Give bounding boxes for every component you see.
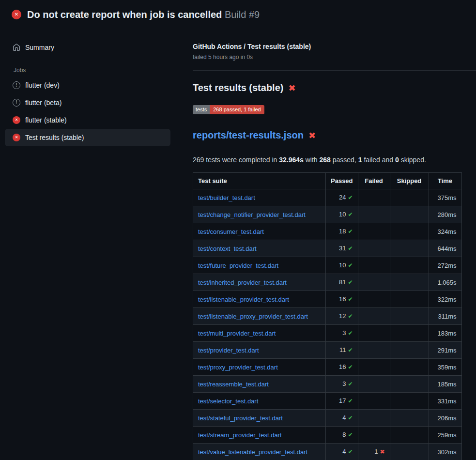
passed-cell: 10✔: [326, 257, 358, 274]
failed-cell: [358, 240, 390, 257]
sidebar-item-flutter-dev[interactable]: !flutter (dev): [5, 77, 170, 94]
sidebar-item-label: flutter (dev): [25, 81, 60, 89]
suite-link[interactable]: test/stateful_provider_test.dart: [198, 414, 283, 422]
suite-link[interactable]: test/listenable_proxy_provider_test.dart: [198, 313, 308, 320]
time-cell: 302ms: [429, 444, 461, 460]
skipped-cell: [390, 376, 429, 393]
passed-cell-value: 11: [339, 346, 346, 353]
breadcrumb: GitHub Actions / Test results (stable): [193, 43, 476, 50]
failed-cell: [358, 376, 390, 393]
sidebar-item-label: flutter (stable): [25, 116, 67, 124]
suite-link[interactable]: test/provider_test.dart: [198, 347, 259, 354]
x-icon: ✖: [380, 448, 384, 455]
passed-cell-value: 10: [339, 261, 346, 269]
suite-link[interactable]: test/reassemble_test.dart: [198, 381, 269, 388]
table-row: test/builder_test.dart24✔375ms: [193, 189, 462, 206]
table-row: test/consumer_test.dart18✔324ms: [193, 223, 462, 240]
suite-cell: test/proxy_provider_test.dart: [193, 359, 326, 376]
suite-link[interactable]: test/consumer_test.dart: [198, 228, 264, 235]
suite-link[interactable]: test/context_test.dart: [198, 245, 257, 252]
suite-link[interactable]: test/future_provider_test.dart: [198, 262, 278, 269]
table-row: test/reassemble_test.dart3✔185ms: [193, 376, 462, 393]
suite-cell: test/selector_test.dart: [193, 393, 326, 410]
passed-cell-value: 10: [339, 211, 346, 218]
check-icon: ✔: [348, 228, 353, 235]
suite-cell: test/change_notifier_provider_test.dart: [193, 206, 326, 223]
sidebar-item-label: Summary: [25, 44, 54, 51]
suite-cell: test/value_listenable_provider_test.dart: [193, 444, 326, 460]
skipped-cell: [390, 206, 429, 223]
passed-cell-value: 31: [339, 245, 346, 252]
suite-link[interactable]: test/listenable_provider_test.dart: [198, 296, 289, 303]
section-title: Test results (stable) ✖: [193, 82, 476, 93]
sidebar-item-flutter-beta[interactable]: !flutter (beta): [5, 94, 170, 111]
suite-cell: test/inherited_provider_test.dart: [193, 274, 326, 291]
passed-cell: 17✔: [326, 393, 358, 410]
summary-text: failed and: [362, 156, 396, 164]
sidebar-item-flutter-stable[interactable]: ✕flutter (stable): [5, 111, 170, 129]
check-icon: ✔: [348, 279, 353, 286]
sidebar-item-summary[interactable]: Summary: [5, 39, 170, 56]
suite-link[interactable]: test/builder_test.dart: [198, 194, 255, 201]
suite-link[interactable]: test/selector_test.dart: [198, 398, 258, 405]
time-cell: 375ms: [429, 189, 461, 206]
x-circle-icon: ✕: [13, 134, 20, 141]
column-header: Passed: [326, 173, 358, 189]
passed-cell-value: 8: [342, 431, 346, 438]
passed-cell: 16✔: [326, 291, 358, 308]
suite-link[interactable]: test/proxy_provider_test.dart: [198, 364, 278, 371]
sidebar-item-test-results-stable[interactable]: ✕Test results (stable): [5, 129, 170, 146]
suite-cell: test/listenable_provider_test.dart: [193, 291, 326, 308]
time-cell: 311ms: [429, 308, 461, 325]
suite-cell: test/future_provider_test.dart: [193, 257, 326, 274]
skipped-cell: [390, 427, 429, 444]
page-title: Do not create report when job is cancell…: [27, 8, 260, 21]
suite-link[interactable]: test/value_listenable_provider_test.dart: [198, 448, 307, 456]
failed-cell: [358, 325, 390, 342]
passed-cell-value: 4: [342, 414, 346, 421]
passed-cell: 4✔: [326, 444, 358, 460]
table-row: test/provider_test.dart11✔291ms: [193, 342, 462, 359]
summary-skipped-count: 0: [395, 156, 399, 164]
badge-value: 268 passed, 1 failed: [210, 105, 264, 114]
passed-cell: 10✔: [326, 206, 358, 223]
report-link[interactable]: reports/test-results.json: [193, 130, 304, 141]
time-cell: 644ms: [429, 240, 461, 257]
column-header: Time: [429, 173, 461, 189]
failed-cell: [358, 274, 390, 291]
suite-cell: test/stateful_provider_test.dart: [193, 410, 326, 427]
tests-badge: tests 268 passed, 1 failed: [193, 105, 264, 114]
check-icon: ✔: [348, 414, 353, 421]
time-cell: 259ms: [429, 427, 461, 444]
report-heading: reports/test-results.json ✖: [193, 130, 476, 146]
passed-cell: 12✔: [326, 308, 358, 325]
sidebar-item-label: Test results (stable): [25, 134, 84, 141]
passed-cell-value: 17: [339, 397, 346, 404]
passed-cell-value: 12: [339, 312, 346, 320]
failed-cell-value: 1: [374, 448, 378, 455]
check-icon: ✔: [348, 330, 353, 337]
check-icon: ✔: [348, 211, 353, 218]
suite-cell: test/listenable_proxy_provider_test.dart: [193, 308, 326, 325]
table-row: test/value_listenable_provider_test.dart…: [193, 444, 462, 460]
check-icon: ✔: [348, 313, 353, 320]
passed-cell-value: 16: [339, 363, 346, 370]
summary-text: skipped.: [399, 156, 426, 164]
page-layout: Summary Jobs !flutter (dev)!flutter (bet…: [0, 27, 476, 460]
time-cell: 185ms: [429, 376, 461, 393]
jobs-list: !flutter (dev)!flutter (beta)✕flutter (s…: [5, 77, 170, 146]
check-icon: ✔: [348, 194, 353, 201]
check-icon: ✔: [348, 262, 353, 269]
suite-link[interactable]: test/inherited_provider_test.dart: [198, 279, 287, 286]
x-circle-icon: ✕: [12, 10, 21, 19]
suite-link[interactable]: test/change_notifier_provider_test.dart: [198, 211, 306, 218]
summary-failed-count: 1: [358, 156, 362, 164]
passed-cell: 4✔: [326, 410, 358, 427]
table-row: test/context_test.dart31✔644ms: [193, 240, 462, 257]
suite-link[interactable]: test/multi_provider_test.dart: [198, 330, 276, 337]
suite-link[interactable]: test/stream_provider_test.dart: [198, 431, 282, 439]
skipped-cell: [390, 410, 429, 427]
skipped-cell: [390, 308, 429, 325]
stop-circle-icon: !: [13, 81, 20, 89]
failed-cell: [358, 308, 390, 325]
